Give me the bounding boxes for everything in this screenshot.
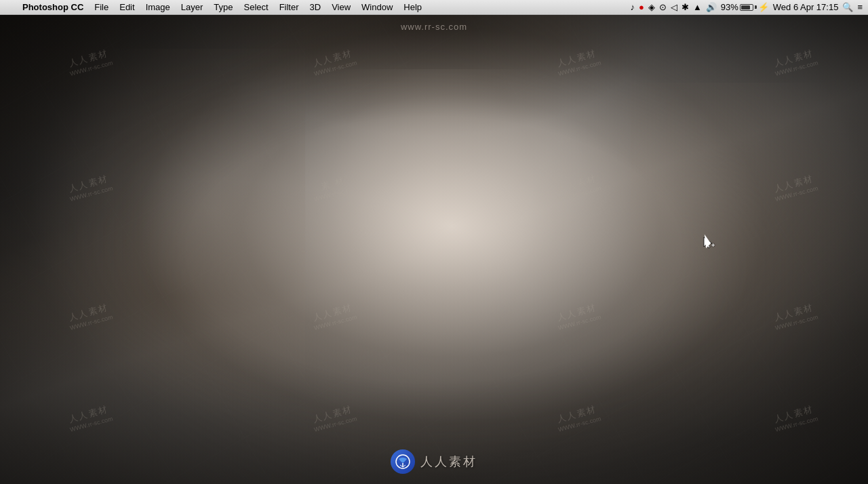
wifi-icon: ▲ <box>693 2 702 12</box>
app-name[interactable]: Photoshop CC <box>18 1 88 13</box>
volume-icon: 🔊 <box>706 2 717 12</box>
menubar-left: Photoshop CC File Edit Image Layer Type … <box>5 1 427 13</box>
battery-fill <box>741 5 751 9</box>
menu-help[interactable]: Help <box>399 1 427 13</box>
search-icon[interactable]: 🔍 <box>842 2 853 12</box>
record-icon: ● <box>639 2 644 12</box>
bluetooth-icon: ✱ <box>682 2 689 12</box>
battery-body <box>740 4 753 11</box>
watermark-logo <box>391 449 415 474</box>
menu-image[interactable]: Image <box>141 1 175 13</box>
menu-layer[interactable]: Layer <box>176 1 208 13</box>
audio-icon: ◁ <box>671 2 677 12</box>
menu-view[interactable]: View <box>327 1 355 13</box>
display-icon: ◈ <box>648 2 655 12</box>
photo-overlay <box>0 15 868 484</box>
menu-3d[interactable]: 3D <box>305 1 326 13</box>
menu-select[interactable]: Select <box>239 1 273 13</box>
power-icon: ⚡ <box>758 2 769 12</box>
menu-file[interactable]: File <box>90 1 113 13</box>
menu-type[interactable]: Type <box>209 1 237 13</box>
battery-percentage: 93% <box>721 2 738 12</box>
menu-edit[interactable]: Edit <box>115 1 139 13</box>
music-icon: ♪ <box>631 2 635 12</box>
watermark-text: 人人素材 <box>420 453 477 470</box>
battery-indicator: 93% ⚡ <box>721 2 769 12</box>
menu-icon[interactable]: ≡ <box>857 2 863 12</box>
menubar: Photoshop CC File Edit Image Layer Type … <box>0 0 868 15</box>
battery-tip <box>755 5 757 9</box>
menu-window[interactable]: Window <box>357 1 397 13</box>
datetime: Wed 6 Apr 17:15 <box>773 2 839 12</box>
menu-filter[interactable]: Filter <box>275 1 304 13</box>
menubar-right: ♪ ● ◈ ⊙ ◁ ✱ ▲ 🔊 93% ⚡ Wed 6 Apr 17:15 🔍 … <box>631 2 863 12</box>
canvas-area: 人人素材 WWW.rr-sc.com 人人素材 WWW.rr-sc.com 人人… <box>0 15 868 484</box>
bottom-watermark: 人人素材 <box>391 449 477 474</box>
top-watermark: www.rr-sc.com <box>401 22 467 32</box>
camera-icon: ⊙ <box>659 2 667 12</box>
